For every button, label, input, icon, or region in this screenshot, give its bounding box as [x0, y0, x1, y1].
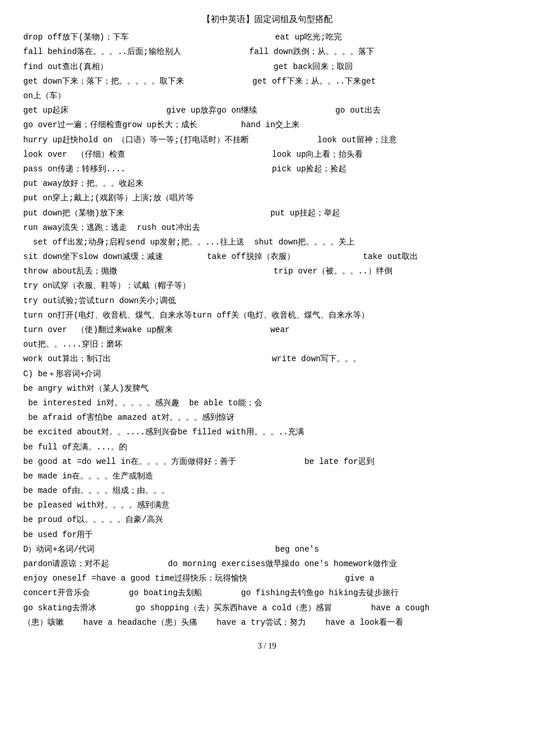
- main-content: drop off放下(某物)；下车 eat up吃光;吃完 fall behin…: [23, 30, 511, 630]
- page-title: 【初中英语】固定词组及句型搭配: [23, 12, 511, 27]
- page-number: 3 / 19: [23, 639, 511, 654]
